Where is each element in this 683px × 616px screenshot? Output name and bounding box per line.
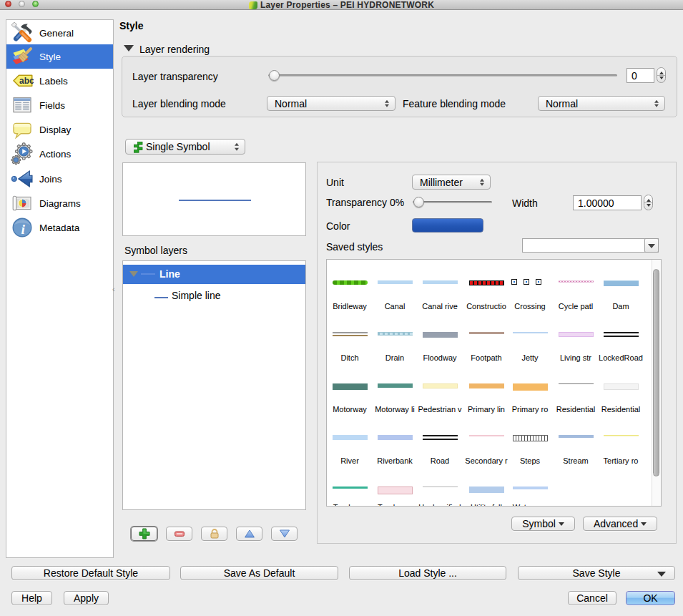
svg-text:abc: abc	[19, 76, 34, 86]
svg-text:i: i	[21, 222, 25, 237]
